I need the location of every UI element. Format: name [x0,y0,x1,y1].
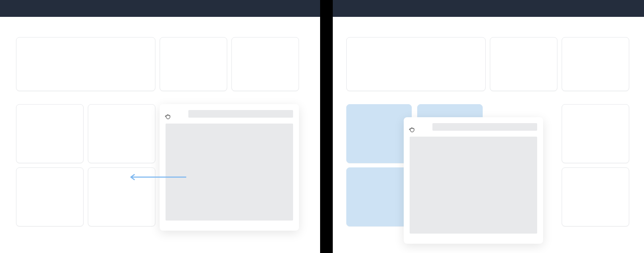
drag-card-header [188,110,293,118]
dashboard-card[interactable] [562,37,629,91]
dashboard-card[interactable] [490,37,557,91]
drop-placeholder [346,104,412,163]
drag-card-header [432,123,537,131]
drag-card-body [166,124,293,221]
panel-after [333,17,644,253]
panel-before [0,17,320,253]
dashboard-card[interactable] [160,37,227,91]
dragged-card[interactable] [404,117,543,244]
dashboard-card[interactable] [346,37,486,91]
dashboard-card[interactable] [16,167,84,226]
panel-divider [320,0,333,253]
dashboard-card[interactable] [16,104,84,163]
dashboard-card[interactable] [562,104,629,163]
topbar-left [0,0,320,17]
dashboard-card[interactable] [231,37,299,91]
drop-placeholder [346,167,412,226]
dragged-card[interactable] [160,104,299,231]
dashboard-card[interactable] [88,167,155,226]
drag-card-body [410,137,537,234]
dashboard-card[interactable] [562,167,629,226]
dashboard-card[interactable] [16,37,155,91]
dashboard-card[interactable] [88,104,155,163]
topbar-right [333,0,644,17]
